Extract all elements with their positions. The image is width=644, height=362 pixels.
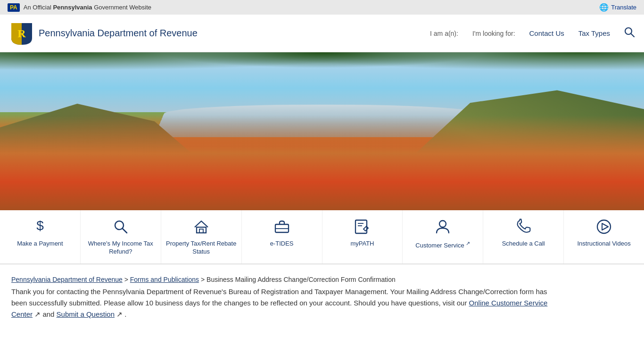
schedule-call-label: Schedule a Call bbox=[502, 240, 545, 248]
phone-icon bbox=[515, 219, 531, 237]
edit-icon bbox=[354, 219, 370, 237]
tax-types-link[interactable]: Tax Types bbox=[578, 29, 610, 37]
paragraph-start: Thank you for contacting the Pennsylvani… bbox=[11, 288, 547, 307]
quick-link-mypath[interactable]: myPATH bbox=[322, 210, 403, 263]
search-button[interactable] bbox=[624, 27, 635, 40]
quick-link-instructional-videos[interactable]: Instructional Videos bbox=[564, 210, 644, 263]
pa-badge: PA bbox=[8, 3, 20, 12]
site-header: R Pennsylvania Department of Revenue I a… bbox=[0, 15, 644, 52]
contact-us-link[interactable]: Contact Us bbox=[529, 29, 564, 37]
top-bar: PA An Official Pennsylvania Government W… bbox=[0, 0, 644, 15]
hero-image bbox=[0, 52, 644, 210]
svg-line-6 bbox=[123, 229, 127, 233]
globe-icon: 🌐 bbox=[599, 3, 609, 12]
end-punctuation: . bbox=[124, 310, 126, 318]
breadcrumb-current: Business Mailing Address Change/Correcti… bbox=[206, 276, 396, 283]
translate-label: Translate bbox=[611, 4, 636, 11]
svg-line-3 bbox=[631, 33, 635, 37]
looking-label: I'm looking for: bbox=[472, 30, 515, 37]
shield-logo: R bbox=[9, 21, 34, 46]
and-text: and bbox=[42, 310, 54, 318]
breadcrumb-separator-2: > bbox=[201, 276, 206, 283]
dollar-icon: $ bbox=[32, 219, 48, 237]
quick-link-etides[interactable]: e-TIDES bbox=[242, 210, 322, 263]
main-content: Pennsylvania Department of Revenue > For… bbox=[0, 264, 566, 338]
income-tax-refund-label: Where's My Income Tax Refund? bbox=[85, 240, 156, 256]
site-title: Pennsylvania Department of Revenue bbox=[39, 28, 198, 39]
svg-text:$: $ bbox=[36, 219, 44, 233]
external-link-icon-1: ↗ bbox=[34, 310, 42, 318]
person-icon bbox=[435, 219, 451, 237]
svg-text:R: R bbox=[17, 27, 26, 40]
main-nav: I am a(n): I'm looking for: Contact Us T… bbox=[430, 27, 635, 40]
breadcrumb-separator-1: > bbox=[124, 276, 130, 283]
mypath-label: myPATH bbox=[350, 240, 374, 248]
svg-marker-17 bbox=[602, 223, 608, 230]
quick-links-bar: $ Make a Payment Where's My Income Tax R… bbox=[0, 210, 644, 264]
svg-point-15 bbox=[439, 221, 446, 227]
confirmation-text: Thank you for contacting the Pennsylvani… bbox=[11, 286, 554, 320]
quick-link-schedule-call[interactable]: Schedule a Call bbox=[483, 210, 564, 263]
play-icon bbox=[596, 219, 612, 237]
site-logo[interactable]: R Pennsylvania Department of Revenue bbox=[9, 21, 198, 46]
make-payment-label: Make a Payment bbox=[17, 240, 63, 248]
etides-label: e-TIDES bbox=[270, 240, 294, 248]
svg-rect-8 bbox=[199, 229, 203, 233]
official-text: An Official Pennsylvania Government Webs… bbox=[24, 4, 151, 11]
search-refund-icon bbox=[113, 219, 129, 237]
official-notice: PA An Official Pennsylvania Government W… bbox=[8, 3, 151, 12]
instructional-videos-label: Instructional Videos bbox=[577, 240, 630, 248]
briefcase-icon bbox=[274, 219, 290, 237]
customer-service-label: Customer Service ↗ bbox=[415, 240, 470, 250]
quick-link-customer-service[interactable]: Customer Service ↗ bbox=[403, 210, 483, 263]
breadcrumb-link-forms[interactable]: Forms and Publications bbox=[130, 276, 199, 283]
translate-button[interactable]: 🌐 Translate bbox=[599, 3, 636, 12]
external-icon: ↗ bbox=[466, 240, 470, 246]
svg-rect-11 bbox=[355, 220, 367, 233]
quick-link-property-tax[interactable]: Property Tax/Rent Rebate Status bbox=[161, 210, 242, 263]
svg-rect-7 bbox=[197, 227, 206, 233]
submit-question-link[interactable]: Submit a Question bbox=[57, 310, 115, 318]
quick-link-make-payment[interactable]: $ Make a Payment bbox=[0, 210, 81, 263]
iam-label: I am a(n): bbox=[430, 30, 458, 37]
breadcrumb-link-home[interactable]: Pennsylvania Department of Revenue bbox=[11, 276, 123, 283]
breadcrumb: Pennsylvania Department of Revenue > For… bbox=[11, 276, 554, 283]
external-link-icon-2: ↗ bbox=[116, 310, 123, 318]
quick-link-income-tax-refund[interactable]: Where's My Income Tax Refund? bbox=[81, 210, 161, 263]
property-tax-label: Property Tax/Rent Rebate Status bbox=[166, 240, 237, 256]
home-icon bbox=[193, 219, 209, 237]
